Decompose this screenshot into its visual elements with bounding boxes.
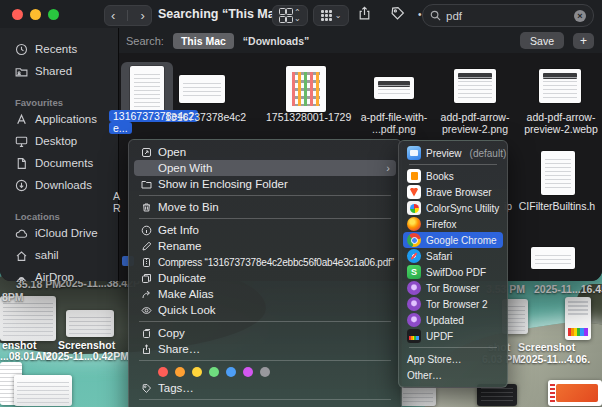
tags-button[interactable] <box>390 6 405 21</box>
file-label[interactable]: 1751328001-1729 <box>266 111 346 123</box>
file-label[interactable]: 1316737378e4c2 <box>165 111 239 123</box>
submenu-item-updf[interactable]: UPDF <box>403 328 503 344</box>
scope-downloads[interactable]: “Downloads” <box>243 35 310 47</box>
menu-item-tags[interactable]: Tags… <box>134 380 396 396</box>
menu-item-duplicate[interactable]: Duplicate <box>134 270 396 286</box>
sidebar-item-label: Downloads <box>35 179 92 191</box>
sidebar-item-label: AirDrop <box>35 271 74 281</box>
tag-color-blue[interactable] <box>226 367 236 377</box>
menu-item-show-in-enclosing-folder[interactable]: Show in Enclosing Folder <box>134 176 396 192</box>
menu-divider <box>409 164 497 165</box>
minimize-button[interactable] <box>30 9 41 20</box>
sidebar-section-favourites: Favourites <box>0 90 118 108</box>
menu-item-compress[interactable]: Compress “1316737378e4c2ebbc56f0ab4e3c1a… <box>134 254 396 270</box>
submenu-item-google-chrome[interactable]: Google Chrome <box>403 232 503 248</box>
desktop-file-thumbnail[interactable] <box>66 310 114 337</box>
sidebar-item-home[interactable]: sahil <box>0 244 118 266</box>
menu-item-quick-look[interactable]: Quick Look <box>134 302 396 318</box>
tag-color-yellow[interactable] <box>192 367 202 377</box>
submenu-item-app-store[interactable]: App Store… <box>403 351 503 367</box>
sidebar-item-recents[interactable]: Recents <box>0 38 118 60</box>
toolbar: ‹ › Searching “This Mac” ⌃⌄ ⌄ ••• <box>0 0 602 28</box>
file-item[interactable] <box>454 69 496 103</box>
file-item[interactable] <box>374 77 414 99</box>
clear-search-icon[interactable]: × <box>574 10 586 22</box>
share-button[interactable] <box>357 6 372 21</box>
group-by-button[interactable]: ⌄ <box>313 5 349 26</box>
submenu-item-tor-browser-2[interactable]: Tor Browser 2 <box>403 296 503 312</box>
menu-item-label: Duplicate <box>158 272 206 284</box>
menu-item-move-to-bin[interactable]: Move to Bin <box>134 199 396 215</box>
submenu-item-colorsync-utility[interactable]: ColorSync Utility <box>403 200 503 216</box>
file-item[interactable] <box>531 247 575 269</box>
submenu-item-other[interactable]: Other… <box>403 367 503 383</box>
colorsync-app-icon <box>407 201 421 215</box>
sidebar-item-desktop[interactable]: Desktop <box>0 130 118 152</box>
menu-item-get-info[interactable]: Get Info <box>134 222 396 238</box>
nav-divider <box>127 10 128 21</box>
sidebar-item-downloads[interactable]: Downloads <box>0 174 118 196</box>
sidebar-item-airdrop[interactable]: AirDrop <box>0 266 118 281</box>
zoom-button[interactable] <box>48 9 59 20</box>
view-switcher-button[interactable]: ⌃⌄ <box>272 5 308 26</box>
file-item-header[interactable] <box>541 151 575 195</box>
submenu-item-label: Safari <box>426 251 452 262</box>
file-label-line2[interactable]: preview-2.webp <box>520 123 602 135</box>
desktop-file-thumbnail[interactable] <box>548 380 602 406</box>
submenu-item-label: Preview <box>426 148 462 159</box>
file-label[interactable]: CIFilterBuiltins.h <box>511 200 602 212</box>
submenu-item-books[interactable]: Books <box>403 168 503 184</box>
sidebar-item-label: iCloud Drive <box>35 227 98 239</box>
file-label-line2[interactable]: e... <box>109 122 133 134</box>
file-label-line2[interactable]: ...pdf.png <box>354 123 434 135</box>
tag-color-purple[interactable] <box>243 367 253 377</box>
add-criteria-button[interactable]: + <box>573 33 594 49</box>
desktop-file-thumbnail[interactable] <box>14 375 72 406</box>
tag-color-green[interactable] <box>209 367 219 377</box>
file-label[interactable]: a-pdf-file-with- <box>354 111 434 123</box>
file-label[interactable]: add-pdf-arrow- <box>435 111 515 123</box>
submenu-item-firefox[interactable]: Firefox <box>403 216 503 232</box>
menu-item-open-with[interactable]: Open With › <box>134 160 396 176</box>
file-item[interactable] <box>539 69 581 103</box>
file-label[interactable]: add-pdf-arrow- <box>520 111 602 123</box>
search-field[interactable]: pdf × <box>422 4 594 27</box>
submenu-item-updated[interactable]: Updated <box>403 312 503 328</box>
sidebar-item-label: Applications <box>35 113 97 125</box>
desktop-file-thumbnail[interactable] <box>400 386 436 406</box>
menu-item-quick-actions[interactable]: Quick Actions › <box>134 403 396 407</box>
desktop-file-label: 8PM <box>2 291 24 303</box>
menu-item-label: Share… <box>158 343 200 355</box>
tag-color-red[interactable] <box>158 367 168 377</box>
menu-item-share[interactable]: Share… <box>134 341 396 357</box>
menu-divider <box>139 195 391 196</box>
menu-item-open[interactable]: Open <box>134 144 396 160</box>
desktop-file-thumbnail[interactable] <box>565 297 591 340</box>
forward-button[interactable]: › <box>141 8 145 23</box>
submenu-item-swifdoo-pdf[interactable]: SwifDoo PDF <box>403 264 503 280</box>
submenu-item-brave-browser[interactable]: Brave Browser <box>403 184 503 200</box>
submenu-item-tor-browser[interactable]: Tor Browser <box>403 280 503 296</box>
tag-icon <box>390 6 405 21</box>
sidebar-item-applications[interactable]: Applications <box>0 108 118 130</box>
tag-color-orange[interactable] <box>175 367 185 377</box>
file-item[interactable] <box>179 75 225 103</box>
file-item[interactable] <box>286 66 326 112</box>
file-label-line2[interactable]: preview-2.png <box>435 123 515 135</box>
back-button[interactable]: ‹ <box>111 8 115 23</box>
menu-item-copy[interactable]: Copy <box>134 325 396 341</box>
file-item-pdf[interactable] <box>130 66 164 112</box>
menu-item-rename[interactable]: Rename <box>134 238 396 254</box>
sidebar-item-documents[interactable]: Documents <box>0 152 118 174</box>
save-search-button[interactable]: Save <box>520 32 564 49</box>
folder-icon <box>140 179 152 190</box>
close-button[interactable] <box>12 9 23 20</box>
sidebar-item-icloud-drive[interactable]: iCloud Drive <box>0 222 118 244</box>
menu-item-make-alias[interactable]: Make Alias <box>134 286 396 302</box>
sidebar-item-shared[interactable]: Shared <box>0 60 118 82</box>
document-icon <box>15 157 28 170</box>
submenu-item-preview[interactable]: Preview (default) <box>403 145 503 161</box>
tag-color-gray[interactable] <box>260 367 270 377</box>
submenu-item-safari[interactable]: Safari <box>403 248 503 264</box>
scope-this-mac[interactable]: This Mac <box>173 33 234 49</box>
